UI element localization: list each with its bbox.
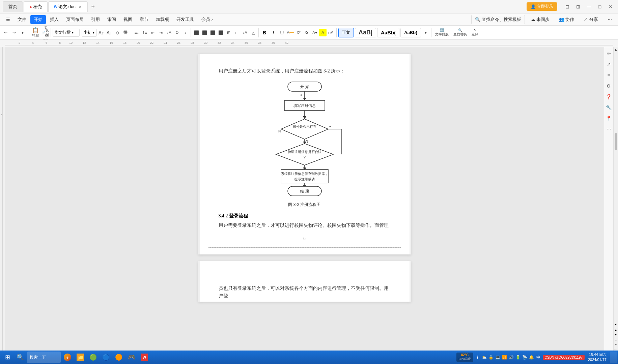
outdent-button[interactable]: ⇤	[149, 29, 157, 36]
collaborate-btn[interactable]: 👥 协作	[556, 15, 578, 24]
font-size-decrease-button[interactable]: A↓	[106, 29, 113, 36]
search-taskbar-button[interactable]: 🔍	[14, 352, 26, 363]
tab-home[interactable]: 首页	[3, 1, 23, 12]
pen-icon[interactable]: ✏	[605, 50, 613, 57]
menu-member[interactable]: 会员 ›	[198, 15, 216, 24]
ruler[interactable]: 2 4 6 8 10 12 14 16 18 20 22 24 26 28 30…	[5, 40, 613, 47]
scroll-up-button[interactable]: ▲	[614, 47, 618, 52]
browser-icon[interactable]: e	[61, 352, 74, 363]
scroll-thumb[interactable]	[615, 133, 617, 150]
highlight-button[interactable]: A	[319, 29, 327, 36]
lines-icon[interactable]: ≡	[605, 71, 613, 79]
cpu-indicator[interactable]: 82°C CPU温度	[456, 353, 473, 362]
settings-icon[interactable]: ⚙	[605, 82, 613, 90]
search-box[interactable]: 搜索一下	[27, 352, 61, 363]
menu-page-layout[interactable]: 页面布局	[63, 15, 87, 24]
menu-devtools[interactable]: 开发工具	[173, 15, 197, 24]
redo-button[interactable]: ↪	[10, 29, 18, 36]
app4-icon[interactable]: 🎮	[125, 352, 138, 363]
scroll-down2-button[interactable]: ▼	[614, 332, 618, 337]
align-justify-button[interactable]: ⬛	[217, 29, 224, 36]
csdn-label[interactable]: CSDN @QQ3293391197	[543, 355, 585, 360]
menu-file[interactable]: 文件	[14, 15, 30, 24]
tray-icon-7[interactable]: 🔋	[515, 354, 521, 360]
menu-search[interactable]: 🔍 查找命令、搜索模板	[471, 15, 525, 24]
share-btn[interactable]: ↗ 分享	[580, 15, 601, 24]
text-direction-button[interactable]: ↕A	[241, 29, 249, 36]
font-color-button[interactable]: A▾	[311, 29, 318, 36]
undo-dropdown[interactable]: ▾	[19, 29, 26, 36]
superscript-button[interactable]: X²	[295, 29, 302, 36]
shape-button[interactable]: △	[249, 29, 257, 36]
login-button[interactable]: 👤 立即登录	[527, 2, 557, 11]
border-button[interactable]: □	[233, 29, 241, 36]
scroll-down-button[interactable]: ▼	[614, 322, 618, 327]
italic-button[interactable]: I	[269, 29, 277, 37]
find-replace-button[interactable]: 🔍 查找替换	[451, 28, 469, 37]
select-button[interactable]: ↖ 选择	[470, 28, 480, 37]
indent-button[interactable]: ⇥	[157, 29, 165, 36]
menu-start[interactable]: 开始	[30, 15, 46, 24]
arrow-icon[interactable]: ↗	[605, 61, 613, 68]
list-button[interactable]: ≡↓	[133, 29, 140, 36]
subscript-button[interactable]: X₂	[303, 29, 310, 36]
tray-icon-5[interactable]: 📶	[502, 354, 508, 360]
sort-button[interactable]: ↕A	[165, 29, 173, 36]
style-heading3[interactable]: AaBb(	[400, 28, 421, 37]
wps-taskbar-icon[interactable]: W	[138, 352, 150, 363]
tray-icon-6[interactable]: 🔊	[508, 354, 514, 360]
network-icon[interactable]: 📡	[522, 354, 528, 360]
tab-daoke[interactable]: ● 稻壳	[24, 1, 48, 12]
close-doc-tab-icon[interactable]: ✕	[78, 4, 82, 9]
more-menu-btn[interactable]: ⋯	[604, 16, 615, 23]
ordered-list-button[interactable]: 1≡	[141, 29, 148, 36]
text-box-button[interactable]: □A	[327, 29, 335, 36]
style-heading2[interactable]: AaBb(	[377, 28, 399, 37]
bold-button[interactable]: B	[260, 29, 269, 37]
font-size-selector[interactable]: 小初 ▾	[82, 29, 97, 37]
explorer-icon[interactable]: 📁	[74, 352, 86, 363]
show-desktop-button[interactable]	[610, 352, 617, 363]
menu-view[interactable]: 视图	[120, 15, 136, 24]
scroll-extra1[interactable]: −	[614, 338, 618, 342]
menu-hamburger[interactable]: ☰	[3, 16, 13, 23]
close-button[interactable]: ✕	[606, 2, 615, 11]
app2-icon[interactable]: 🔵	[100, 352, 112, 363]
menu-addons[interactable]: 加载项	[152, 15, 172, 24]
document-area[interactable]: 用户注册之后才可以登录系统，用户注册流程如图 3-2 所示： 开 始 ✦ 填写注…	[5, 47, 604, 352]
system-clock[interactable]: 15:44 周六 2024/01/17	[586, 352, 609, 363]
underline-button[interactable]: U	[278, 29, 286, 37]
style-dropdown[interactable]: ▾	[422, 29, 429, 36]
help-icon[interactable]: ❓	[605, 93, 613, 100]
more-icon[interactable]: ⋯	[605, 125, 613, 133]
tray-icon-2[interactable]: ⛅	[481, 354, 487, 360]
scroll-extra2[interactable]: +	[614, 342, 618, 347]
app3-icon[interactable]: 🟠	[113, 352, 125, 363]
minimize-button[interactable]: ─	[584, 2, 594, 11]
menu-section[interactable]: 章节	[136, 15, 152, 24]
input-icon[interactable]: 中	[535, 354, 541, 360]
paste-button[interactable]: 📋 粘贴	[30, 27, 41, 38]
table-button[interactable]: ⊞	[225, 29, 232, 36]
menu-review[interactable]: 审阅	[104, 15, 119, 24]
phonetic-button[interactable]: 拼	[122, 29, 129, 36]
special-char-button[interactable]: Ω	[173, 29, 181, 36]
app1-icon[interactable]: 🟢	[87, 352, 99, 363]
menu-insert[interactable]: 插入	[47, 15, 62, 24]
volume-icon[interactable]: 🔔	[529, 354, 535, 360]
tray-icon-4[interactable]: 💻	[495, 354, 501, 360]
start-button[interactable]: ⊞	[1, 352, 13, 363]
font-size-increase-button[interactable]: A↑	[97, 29, 105, 36]
font-name-selector[interactable]: 华文行楷 ▾	[53, 29, 80, 37]
add-tab-button[interactable]: +	[88, 2, 98, 11]
pin-icon[interactable]: 📍	[605, 115, 613, 122]
tool-icon[interactable]: 🔧	[605, 104, 613, 111]
font-color-a[interactable]: A	[287, 29, 294, 36]
line-spacing-button[interactable]: ↕	[181, 29, 189, 36]
vertical-scrollbar[interactable]: ▲ ▼ ▲ ▼ − + ⋯	[613, 47, 618, 352]
align-left-button[interactable]: ⬛	[193, 29, 200, 36]
undo-button[interactable]: ↩	[2, 29, 9, 36]
menu-reference[interactable]: 引用	[88, 15, 103, 24]
layout-icon[interactable]: ⊟	[563, 2, 572, 11]
scroll-track[interactable]	[614, 52, 618, 322]
